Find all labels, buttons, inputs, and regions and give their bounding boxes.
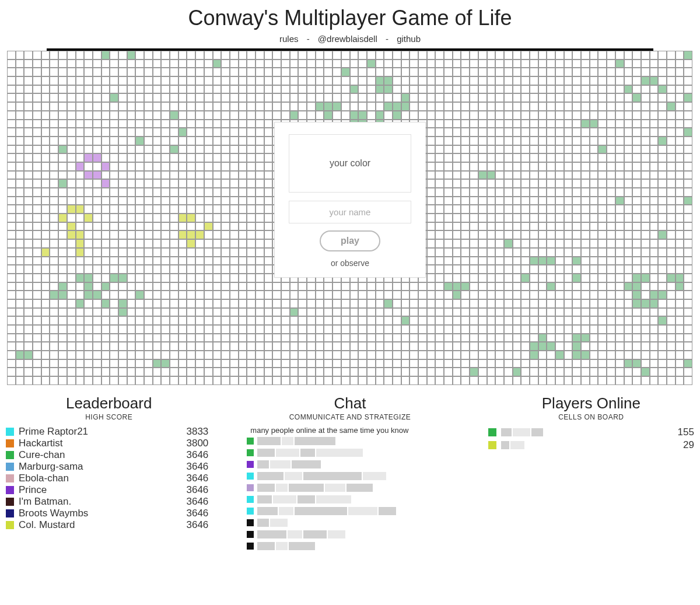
grid-cell[interactable] (435, 334, 444, 342)
grid-cell[interactable] (547, 351, 555, 359)
grid-cell[interactable] (204, 257, 213, 265)
grid-cell[interactable] (41, 60, 50, 68)
grid-cell[interactable] (530, 76, 538, 85)
grid-cell[interactable] (7, 299, 16, 308)
grid-cell[interactable] (16, 316, 24, 325)
grid-cell[interactable] (504, 248, 513, 257)
grid-cell[interactable] (470, 93, 478, 102)
grid-cell[interactable] (187, 265, 195, 274)
grid-cell[interactable] (67, 179, 76, 188)
grid-cell[interactable] (58, 171, 67, 180)
grid-cell[interactable] (521, 162, 530, 171)
grid-cell[interactable] (461, 230, 470, 239)
grid-cell[interactable] (418, 291, 427, 299)
grid-cell[interactable] (144, 188, 153, 197)
grid-cell[interactable] (487, 145, 496, 154)
grid-cell[interactable] (281, 334, 290, 342)
grid-cell[interactable] (676, 239, 684, 248)
grid-cell[interactable] (632, 325, 641, 334)
grid-cell[interactable] (187, 188, 195, 197)
grid-cell[interactable] (581, 342, 590, 351)
grid-cell[interactable] (470, 230, 478, 239)
grid-cell[interactable] (495, 316, 504, 325)
grid-cell[interactable] (487, 351, 496, 359)
grid-cell[interactable] (76, 76, 85, 85)
grid-cell[interactable] (487, 257, 496, 265)
grid-cell[interactable] (538, 316, 547, 325)
grid-cell[interactable] (272, 376, 281, 385)
grid-cell[interactable] (350, 334, 359, 342)
grid-cell[interactable] (521, 248, 530, 257)
grid-cell[interactable] (444, 316, 453, 325)
grid-cell[interactable] (427, 316, 436, 325)
grid-cell[interactable] (341, 291, 350, 299)
grid-cell[interactable] (7, 265, 16, 274)
grid-cell[interactable] (264, 342, 273, 351)
grid-cell[interactable] (590, 308, 598, 317)
grid-cell[interactable] (41, 120, 50, 128)
grid-cell[interactable] (50, 230, 58, 239)
grid-cell[interactable] (93, 51, 102, 60)
grid-cell[interactable] (624, 342, 633, 351)
grid-cell[interactable] (110, 76, 118, 85)
grid-cell[interactable] (135, 68, 144, 76)
grid-cell[interactable] (461, 93, 470, 102)
grid-cell[interactable] (590, 325, 598, 334)
grid-cell[interactable] (50, 222, 58, 231)
grid-cell[interactable] (76, 325, 85, 334)
grid-cell[interactable] (444, 342, 453, 351)
grid-cell[interactable] (453, 102, 461, 111)
grid-cell[interactable] (178, 93, 187, 102)
grid-cell[interactable] (547, 205, 555, 214)
grid-cell[interactable] (607, 376, 615, 385)
grid-cell[interactable] (427, 239, 436, 248)
grid-cell[interactable] (572, 282, 581, 291)
grid-cell[interactable] (239, 257, 247, 265)
grid-cell[interactable] (7, 179, 16, 188)
grid-cell[interactable] (41, 274, 50, 282)
grid-cell[interactable] (598, 153, 607, 162)
grid-cell[interactable] (615, 137, 624, 145)
grid-cell[interactable] (427, 85, 436, 94)
grid-cell[interactable] (195, 282, 204, 291)
grid-cell[interactable] (453, 274, 461, 282)
grid-cell[interactable] (564, 51, 573, 60)
grid-cell[interactable] (33, 248, 41, 257)
grid-cell[interactable] (461, 76, 470, 85)
grid-cell[interactable] (581, 325, 590, 334)
grid-cell[interactable] (427, 265, 436, 274)
grid-cell[interactable] (50, 85, 58, 94)
grid-cell[interactable] (239, 351, 247, 359)
grid-cell[interactable] (444, 76, 453, 85)
grid-cell[interactable] (632, 60, 641, 68)
grid-cell[interactable] (667, 60, 676, 68)
grid-cell[interactable] (102, 93, 110, 102)
grid-cell[interactable] (435, 316, 444, 325)
grid-cell[interactable] (478, 68, 487, 76)
grid-cell[interactable] (572, 128, 581, 137)
grid-cell[interactable] (239, 291, 247, 299)
grid-cell[interactable] (170, 265, 178, 274)
grid-cell[interactable] (676, 342, 684, 351)
grid-cell[interactable] (358, 291, 367, 299)
grid-cell[interactable] (195, 299, 204, 308)
grid-cell[interactable] (607, 334, 615, 342)
grid-cell[interactable] (239, 128, 247, 137)
grid-cell[interactable] (658, 85, 667, 94)
grid-cell[interactable] (247, 325, 256, 334)
grid-cell[interactable] (102, 85, 110, 94)
grid-cell[interactable] (684, 316, 692, 325)
grid-cell[interactable] (264, 308, 273, 317)
grid-cell[interactable] (67, 282, 76, 291)
grid-cell[interactable] (41, 145, 50, 154)
grid-cell[interactable] (658, 137, 667, 145)
grid-cell[interactable] (435, 120, 444, 128)
grid-cell[interactable] (307, 60, 316, 68)
grid-cell[interactable] (110, 274, 118, 282)
grid-cell[interactable] (547, 197, 555, 205)
grid-cell[interactable] (418, 368, 427, 376)
grid-cell[interactable] (676, 334, 684, 342)
grid-cell[interactable] (435, 368, 444, 376)
grid-cell[interactable] (487, 230, 496, 239)
grid-cell[interactable] (410, 51, 418, 60)
